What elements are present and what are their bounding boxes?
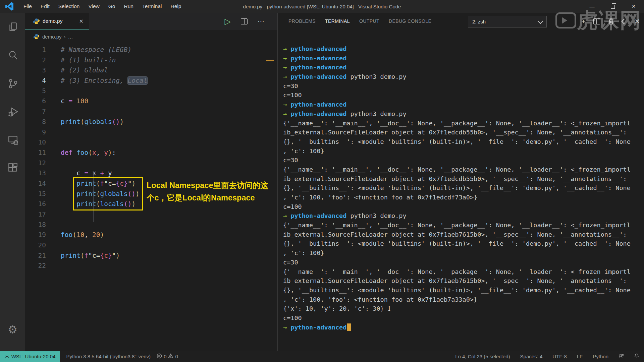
line-number: 5 [25, 86, 46, 97]
breadcrumb[interactable]: demo.py › … [25, 30, 277, 43]
python-file-icon [34, 34, 39, 40]
activity-run-debug-icon[interactable] [0, 97, 25, 125]
minimize-button[interactable]: — [582, 0, 602, 13]
terminal-prompt-line: → python-advanced [283, 100, 641, 109]
code-line-2: 2# (1) built-in [25, 55, 277, 66]
prompt-arrow-icon: → [283, 101, 290, 108]
menu-run[interactable]: Run [119, 0, 138, 13]
warning-icon [168, 353, 173, 360]
menu-edit[interactable]: Edit [36, 0, 54, 13]
panel-tab-debug-console[interactable]: DEBUG CONSOLE [384, 13, 436, 30]
prompt-arrow-icon: → [283, 45, 290, 52]
code-line-8: 8print(globals()) [25, 117, 277, 127]
editor-tab-bar: demo.py ✕ ▷ ⋯ [25, 13, 277, 30]
editor-actions: ▷ ⋯ [225, 13, 265, 30]
menu-help[interactable]: Help [166, 0, 186, 13]
window-controls: — ✕ [582, 0, 644, 13]
activity-source-control-icon[interactable] [0, 69, 25, 97]
python-interpreter-status[interactable]: Python 3.8.5 64-bit ('python3.8': venv) [66, 354, 151, 359]
terminal-prompt-line: → python-advanced [283, 323, 641, 332]
menu-selection[interactable]: Selection [54, 0, 84, 13]
activity-extensions-icon[interactable] [0, 154, 25, 182]
tab-demo-py[interactable]: demo.py ✕ [25, 13, 89, 30]
terminal-cursor [347, 323, 351, 331]
prompt-arrow-icon: → [283, 64, 290, 71]
error-count: 0 [164, 354, 166, 359]
terminal-output-line: c=100 [283, 313, 641, 323]
tab-label: demo.py [43, 18, 78, 24]
terminal-output-line: {'__name__': '__main__', '__doc__': None… [283, 221, 641, 230]
prompt-arrow-icon: → [283, 55, 290, 62]
terminal-prompt-line: → python-advanced python3 demo.py [283, 211, 641, 221]
line-number: 10 [25, 137, 46, 148]
maximize-panel-icon[interactable] [622, 19, 626, 23]
error-icon [157, 353, 162, 360]
status-bar-right: Ln 4, Col 23 (5 selected)Spaces: 4UTF-8L… [455, 353, 644, 360]
line-number: 4 [25, 76, 46, 86]
status-bar: >< WSL: Ubuntu-20.04 Python 3.8.5 64-bit… [0, 351, 644, 362]
status-utf8[interactable]: UTF-8 [552, 354, 567, 359]
panel-tab-terminal[interactable]: TERMINAL [320, 13, 355, 30]
breadcrumb-separator: › [64, 34, 66, 40]
panel-tab-problems[interactable]: PROBLEMS [284, 13, 320, 30]
prompt-arrow-icon: → [283, 324, 290, 331]
status-lf[interactable]: LF [577, 354, 583, 359]
remote-indicator-icon: >< [5, 354, 9, 359]
split-editor-icon[interactable] [241, 18, 248, 24]
terminal-output-line: c=100 [283, 202, 641, 212]
status-python[interactable]: Python [593, 354, 608, 359]
line-number: 8 [25, 117, 46, 127]
activity-remote-explorer-icon[interactable] [0, 125, 25, 154]
run-button[interactable]: ▷ [225, 17, 231, 25]
warning-count: 0 [175, 354, 178, 359]
menu-go[interactable]: Go [104, 0, 120, 13]
new-terminal-icon[interactable]: + [582, 18, 586, 25]
code-line-10: 10 [25, 137, 277, 148]
restore-button[interactable] [602, 0, 623, 13]
line-number: 22 [25, 261, 46, 271]
kill-terminal-icon[interactable] [608, 18, 614, 25]
status-spaces[interactable]: Spaces: 4 [520, 354, 543, 359]
terminal-prompt-line: → python-advanced [283, 44, 641, 54]
line-number: 7 [25, 107, 46, 117]
line-number: 1 [25, 45, 46, 55]
terminal-shell-select[interactable]: 2: zsh [468, 16, 547, 27]
menu-terminal[interactable]: Terminal [138, 0, 166, 13]
annotation-dash-marker [266, 60, 274, 61]
terminal-output-line: {'__name__': '__main__', '__doc__': None… [283, 165, 641, 174]
tab-close-icon[interactable]: ✕ [78, 17, 85, 25]
line-number: 16 [25, 199, 46, 209]
code-line-1: 1# Namespace (LEGB) [25, 45, 277, 55]
status-ln[interactable]: Ln 4, Col 23 (5 selected) [455, 354, 510, 359]
bell-icon[interactable] [634, 353, 639, 360]
terminal-prompt-line: → python-advanced python3 demo.py [283, 109, 641, 119]
terminal-output-line: , 'c': 100} [283, 248, 641, 258]
split-terminal-icon[interactable] [593, 18, 600, 24]
code-line-21: 21print(f"c={c}") [25, 251, 277, 261]
feedback-icon[interactable] [619, 353, 624, 360]
code-line-3: 3# (2) Global [25, 65, 277, 76]
remote-status-wsl[interactable]: >< WSL: Ubuntu-20.04 [0, 351, 60, 362]
more-actions-icon[interactable]: ⋯ [258, 17, 265, 25]
annotation-highlight-box [73, 177, 143, 210]
code-line-13: 13 c = x + y [25, 168, 277, 179]
panel-tab-output[interactable]: OUTPUT [355, 13, 384, 30]
activity-explorer-icon[interactable] [0, 13, 25, 41]
line-number: 18 [25, 220, 46, 230]
menu-bar: FileEditSelectionViewGoRunTerminalHelp [19, 0, 185, 13]
problems-status[interactable]: 0 0 [157, 353, 178, 360]
panel-header: PROBLEMSTERMINALOUTPUTDEBUG CONSOLE 2: z… [278, 13, 644, 30]
activity-settings-gear-icon[interactable]: ⚙ [0, 315, 25, 344]
close-panel-icon[interactable]: ✕ [634, 17, 640, 25]
shell-select-value: 2: zsh [472, 19, 486, 24]
code-line-22: 22 [25, 261, 277, 271]
terminal-panel: PROBLEMSTERMINALOUTPUTDEBUG CONSOLE 2: z… [277, 13, 644, 351]
line-number: 19 [25, 230, 46, 240]
close-button[interactable]: ✕ [623, 0, 644, 13]
activity-search-icon[interactable] [0, 41, 25, 69]
terminal-output-line: , 'c': 100, 'foo': <function foo at 0x7f… [283, 193, 641, 202]
menu-view[interactable]: View [84, 0, 104, 13]
terminal-output-line: {'__name__': '__main__', '__doc__': None… [283, 267, 641, 277]
menu-file[interactable]: File [19, 0, 36, 13]
terminal-output[interactable]: → python-advanced→ python-advanced→ pyth… [283, 44, 641, 351]
